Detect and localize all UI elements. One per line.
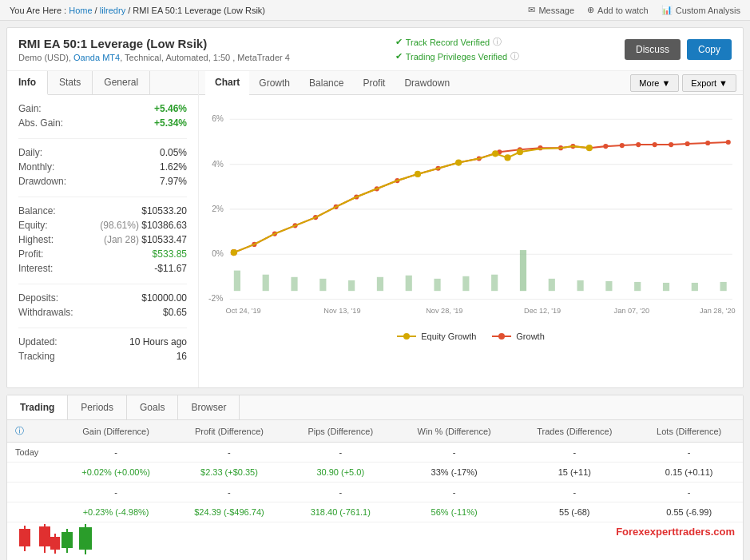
balance-row: Balance: $10533.20 bbox=[18, 205, 187, 216]
breadcrumb-user[interactable]: lilredry bbox=[100, 6, 125, 15]
svg-rect-26 bbox=[692, 283, 698, 291]
legend-equity: Equity Growth bbox=[397, 332, 476, 341]
copy-button[interactable]: Copy bbox=[687, 39, 732, 60]
row-profit: $24.39 (-$496.74) bbox=[172, 502, 286, 522]
add-to-watch-action[interactable]: ⊕ Add to watch bbox=[587, 5, 649, 15]
row-gain: +0.02% (+0.00%) bbox=[60, 463, 173, 483]
breadcrumb-home[interactable]: Home bbox=[69, 6, 92, 15]
chart-tab-drawdown[interactable]: Drawdown bbox=[395, 72, 459, 94]
svg-point-69 bbox=[403, 333, 410, 340]
tab-general[interactable]: General bbox=[93, 71, 150, 94]
equity-row: Equity: (98.61%) $10386.63 bbox=[18, 220, 187, 231]
more-button[interactable]: More ▼ bbox=[630, 74, 679, 92]
chart-tab-bar: Chart Growth Balance Profit Drawdown Mor… bbox=[199, 71, 743, 95]
drawdown-row: Drawdown: 7.97% bbox=[18, 176, 187, 187]
track-record-badge: ✔ Track Record Verified ⓘ bbox=[395, 36, 519, 48]
svg-text:Nov 28, '19: Nov 28, '19 bbox=[426, 307, 462, 315]
svg-rect-75 bbox=[39, 526, 50, 546]
check-icon-2: ✔ bbox=[395, 51, 403, 62]
candlestick-decoration bbox=[15, 522, 111, 558]
gain-value: +5.46% bbox=[154, 103, 187, 114]
svg-rect-72 bbox=[19, 529, 30, 546]
daily-value: 0.05% bbox=[160, 147, 187, 158]
gain-label: Gain: bbox=[18, 103, 42, 114]
svg-point-52 bbox=[685, 141, 690, 146]
interest-row: Interest: -$11.67 bbox=[18, 263, 187, 274]
col-header-profit: Profit (Difference) bbox=[172, 420, 286, 443]
bottom-tab-trading[interactable]: Trading bbox=[7, 395, 68, 419]
message-action[interactable]: ✉ Message bbox=[528, 5, 574, 15]
chart-area: 6% 4% 2% 0% -2% bbox=[199, 95, 743, 327]
broker-link[interactable]: Oanda MT4 bbox=[73, 53, 120, 62]
svg-point-54 bbox=[726, 140, 731, 145]
svg-rect-14 bbox=[348, 280, 355, 291]
deposits-value: $10000.00 bbox=[141, 292, 187, 304]
row-win: - bbox=[395, 483, 514, 502]
tracking-row: Tracking 16 bbox=[18, 351, 187, 362]
svg-rect-23 bbox=[605, 281, 612, 291]
svg-rect-15 bbox=[377, 277, 383, 291]
breadcrumb-page: RMI EA 50:1 Leverage (Low Rsik) bbox=[133, 6, 265, 15]
left-tab-bar: Info Stats General bbox=[7, 71, 198, 95]
info-icon-1: ⓘ bbox=[493, 36, 502, 48]
daily-row: Daily: 0.05% bbox=[18, 147, 187, 158]
equity-label: Equity: bbox=[18, 220, 48, 231]
chart-tab-balance[interactable]: Balance bbox=[300, 72, 353, 94]
highest-row: Highest: (Jan 28) $10533.47 bbox=[18, 234, 187, 245]
row-profit: - bbox=[172, 443, 286, 463]
row-label bbox=[7, 483, 60, 502]
row-gain: - bbox=[60, 483, 173, 502]
col-header-lots: Lots (Difference) bbox=[635, 420, 743, 443]
bottom-tab-browser[interactable]: Browser bbox=[178, 395, 240, 419]
row-lots: - bbox=[635, 443, 743, 463]
export-button[interactable]: Export ▼ bbox=[682, 74, 736, 92]
discuss-button[interactable]: Discuss bbox=[625, 39, 681, 60]
row-trades: 55 (-68) bbox=[514, 502, 635, 522]
svg-text:Oct 24, '19: Oct 24, '19 bbox=[226, 307, 261, 315]
row-pips: 30.90 (+5.0) bbox=[287, 463, 395, 483]
tracking-label: Tracking bbox=[18, 351, 55, 362]
interest-label: Interest: bbox=[18, 263, 53, 274]
svg-rect-10 bbox=[234, 271, 240, 292]
profile-info: RMI EA 50:1 Leverage (Low Rsik) Demo (US… bbox=[18, 37, 290, 62]
bottom-tab-periods[interactable]: Periods bbox=[68, 395, 127, 419]
svg-rect-11 bbox=[263, 275, 269, 291]
profit-row: Profit: $533.85 bbox=[18, 248, 187, 260]
profile-header: RMI EA 50:1 Leverage (Low Rsik) Demo (US… bbox=[7, 28, 743, 71]
svg-text:Jan 28, '20: Jan 28, '20 bbox=[700, 307, 736, 315]
chart-tab-chart[interactable]: Chart bbox=[205, 71, 249, 95]
custom-analysis-action[interactable]: 📊 Custom Analysis bbox=[661, 5, 740, 15]
left-panel: Info Stats General Gain: +5.46% Abs. Gai… bbox=[7, 71, 199, 387]
row-profit: - bbox=[172, 483, 286, 502]
svg-rect-19 bbox=[491, 275, 498, 291]
monthly-value: 1.62% bbox=[160, 161, 187, 173]
withdrawals-label: Withdrawals: bbox=[18, 307, 73, 318]
abs-gain-label: Abs. Gain: bbox=[18, 117, 63, 129]
breadcrumb: You Are Here : Home / lilredry / RMI EA … bbox=[10, 6, 265, 15]
chart-legend: Equity Growth Growth bbox=[199, 327, 743, 349]
chevron-down-icon: ▼ bbox=[661, 78, 670, 88]
profile-badges: ✔ Track Record Verified ⓘ ✔ Trading Priv… bbox=[395, 36, 519, 62]
svg-point-61 bbox=[586, 145, 593, 151]
tab-info[interactable]: Info bbox=[7, 71, 48, 95]
abs-gain-value: +5.34% bbox=[154, 117, 187, 129]
chart-tab-growth[interactable]: Growth bbox=[249, 72, 300, 94]
profit-label: Profit: bbox=[18, 248, 43, 260]
deposits-label: Deposits: bbox=[18, 292, 58, 304]
chart-tab-profit[interactable]: Profit bbox=[353, 72, 395, 94]
tab-stats[interactable]: Stats bbox=[48, 71, 93, 94]
meta-section: Updated: 10 Hours ago Tracking 16 bbox=[18, 336, 187, 371]
balance-label: Balance: bbox=[18, 205, 56, 216]
row-gain: +0.23% (-4.98%) bbox=[60, 502, 173, 522]
row-trades: - bbox=[514, 443, 635, 463]
row-pips: - bbox=[287, 483, 395, 502]
bottom-tab-goals[interactable]: Goals bbox=[127, 395, 178, 419]
svg-rect-17 bbox=[434, 279, 440, 291]
svg-point-55 bbox=[231, 249, 237, 256]
trading-table: ⓘ Gain (Difference) Profit (Difference) … bbox=[7, 420, 743, 522]
row-label: Today bbox=[7, 443, 60, 463]
withdrawals-row: Withdrawals: $0.65 bbox=[18, 307, 187, 318]
highest-label: Highest: bbox=[18, 234, 54, 245]
svg-rect-27 bbox=[720, 282, 727, 291]
bottom-tab-bar: Trading Periods Goals Browser bbox=[7, 395, 743, 420]
